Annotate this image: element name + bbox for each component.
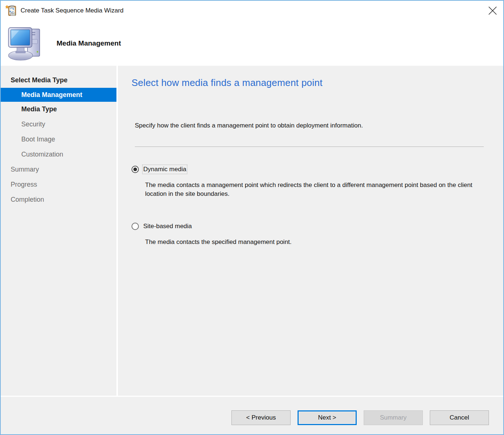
computer-workstation-icon: [7, 25, 43, 62]
sidebar-item-completion: Completion: [1, 192, 116, 207]
option-site-based-media: Site-based media The media contacts the …: [132, 223, 503, 247]
summary-button[interactable]: Summary: [364, 410, 423, 425]
sidebar-item-label: Summary: [11, 166, 39, 173]
sidebar-item-label: Media Type: [21, 105, 57, 113]
banner-title: Media Management: [57, 39, 121, 47]
option-dynamic-media: Dynamic media The media contacts a manag…: [132, 166, 503, 198]
radio-label[interactable]: Dynamic media: [143, 166, 186, 173]
previous-button[interactable]: < Previous: [231, 410, 291, 425]
cancel-button[interactable]: Cancel: [430, 410, 489, 425]
sidebar-item-label: Boot Image: [21, 136, 55, 143]
section-divider: [135, 147, 484, 147]
radio-row[interactable]: Dynamic media: [132, 166, 503, 173]
wizard-banner: Media Management: [1, 21, 503, 66]
radio-row[interactable]: Site-based media: [132, 223, 503, 230]
instruction-text: Specify how the client finds a managemen…: [135, 122, 503, 129]
content-pane: Select how media finds a management poin…: [118, 66, 503, 396]
wizard-window: Create Task Sequence Media Wizard: [0, 0, 504, 435]
sidebar-item-security: Security: [1, 117, 116, 132]
close-x-icon: [488, 6, 497, 15]
wizard-clipboard-icon: [6, 5, 17, 17]
sidebar-item-label: Completion: [11, 196, 44, 204]
radio-unselected-icon[interactable]: [132, 223, 139, 230]
close-button[interactable]: [482, 1, 503, 21]
sidebar-item-label: Media Management: [21, 91, 82, 99]
sidebar-item-customization: Customization: [1, 147, 116, 162]
main-area: Select Media Type Media Management Media…: [1, 66, 503, 396]
option-description: The media contacts a management point wh…: [145, 181, 485, 198]
sidebar-item-select-media-type: Select Media Type: [1, 73, 116, 88]
sidebar-item-boot-image: Boot Image: [1, 132, 116, 147]
wizard-step-sidebar: Select Media Type Media Management Media…: [1, 66, 116, 396]
sidebar-item-media-management: Media Management: [1, 88, 116, 102]
option-description: The media contacts the specified managem…: [145, 238, 485, 247]
sidebar-item-label: Select Media Type: [11, 76, 68, 84]
radio-selected-icon[interactable]: [132, 166, 139, 173]
window-title: Create Task Sequence Media Wizard: [21, 7, 123, 14]
radio-label[interactable]: Site-based media: [143, 223, 192, 230]
sidebar-item-summary: Summary: [1, 162, 116, 177]
footer-button-bar: < Previous Next > Summary Cancel: [1, 397, 503, 434]
sidebar-item-media-type: Media Type: [1, 102, 116, 117]
sidebar-item-label: Security: [21, 121, 45, 128]
sidebar-item-label: Progress: [11, 181, 37, 188]
sidebar-item-progress: Progress: [1, 177, 116, 192]
page-title: Select how media finds a management poin…: [132, 77, 503, 89]
sidebar-item-label: Customization: [21, 151, 63, 158]
title-bar: Create Task Sequence Media Wizard: [1, 1, 503, 21]
next-button[interactable]: Next >: [298, 410, 357, 425]
